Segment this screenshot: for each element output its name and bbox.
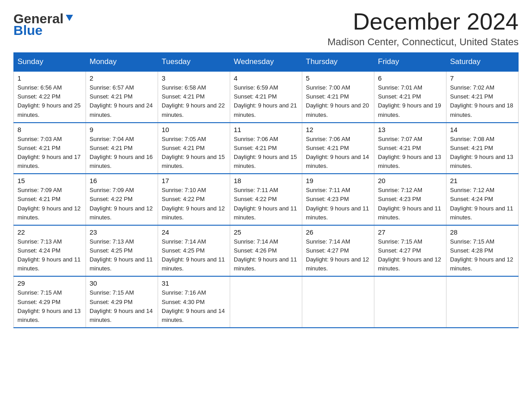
calendar-cell: 21Sunrise: 7:12 AMSunset: 4:24 PMDayligh… [446, 174, 519, 225]
day-number: 29 [17, 279, 82, 287]
day-number: 12 [306, 126, 370, 133]
day-number: 5 [306, 74, 370, 82]
calendar-cell: 14Sunrise: 7:08 AMSunset: 4:21 PMDayligh… [446, 123, 519, 174]
day-info: Sunrise: 7:15 AMSunset: 4:27 PMDaylight:… [378, 237, 442, 274]
day-info: Sunrise: 7:08 AMSunset: 4:21 PMDaylight:… [450, 135, 515, 171]
day-info: Sunrise: 7:15 AMSunset: 4:29 PMDaylight:… [17, 288, 82, 325]
day-info: Sunrise: 7:03 AMSunset: 4:21 PMDaylight:… [17, 135, 82, 171]
logo-blue-text: Blue [13, 23, 43, 38]
day-info: Sunrise: 6:56 AMSunset: 4:22 PMDaylight:… [17, 83, 82, 120]
day-number: 25 [234, 228, 298, 236]
day-number: 31 [162, 279, 226, 287]
day-info: Sunrise: 7:02 AMSunset: 4:21 PMDaylight:… [450, 83, 515, 120]
calendar-table: SundayMondayTuesdayWednesdayThursdayFrid… [13, 52, 519, 328]
month-title: December 2024 [327, 9, 519, 34]
day-number: 8 [17, 126, 82, 133]
calendar-cell: 7Sunrise: 7:02 AMSunset: 4:21 PMDaylight… [446, 71, 519, 123]
calendar-cell: 12Sunrise: 7:06 AMSunset: 4:21 PMDayligh… [302, 123, 374, 174]
day-info: Sunrise: 6:57 AMSunset: 4:21 PMDaylight:… [90, 83, 154, 120]
day-number: 24 [162, 228, 226, 236]
day-info: Sunrise: 7:05 AMSunset: 4:21 PMDaylight:… [162, 135, 226, 171]
day-number: 14 [450, 126, 515, 133]
day-number: 10 [162, 126, 226, 133]
calendar-cell: 31Sunrise: 7:16 AMSunset: 4:30 PMDayligh… [158, 276, 230, 328]
calendar-cell [446, 276, 519, 328]
day-info: Sunrise: 7:09 AMSunset: 4:21 PMDaylight:… [17, 186, 82, 222]
day-number: 22 [17, 228, 82, 236]
day-number: 2 [90, 74, 154, 82]
day-number: 9 [90, 126, 154, 133]
weekday-header-thursday: Thursday [302, 53, 374, 72]
day-number: 6 [378, 74, 442, 82]
page-header: General Blue December 2024 Madison Cente… [13, 9, 519, 48]
day-info: Sunrise: 7:13 AMSunset: 4:25 PMDaylight:… [90, 237, 154, 274]
day-info: Sunrise: 7:14 AMSunset: 4:25 PMDaylight:… [162, 237, 226, 274]
calendar-cell: 17Sunrise: 7:10 AMSunset: 4:22 PMDayligh… [158, 174, 230, 225]
calendar-cell: 3Sunrise: 6:58 AMSunset: 4:21 PMDaylight… [158, 71, 230, 123]
calendar-week-row: 1Sunrise: 6:56 AMSunset: 4:22 PMDaylight… [14, 71, 519, 123]
day-number: 1 [17, 74, 82, 82]
calendar-week-row: 8Sunrise: 7:03 AMSunset: 4:21 PMDaylight… [14, 123, 519, 174]
day-info: Sunrise: 7:15 AMSunset: 4:28 PMDaylight:… [450, 237, 515, 274]
calendar-cell [374, 276, 446, 328]
calendar-cell: 24Sunrise: 7:14 AMSunset: 4:25 PMDayligh… [158, 225, 230, 277]
calendar-cell: 26Sunrise: 7:14 AMSunset: 4:27 PMDayligh… [302, 225, 374, 277]
calendar-cell: 18Sunrise: 7:11 AMSunset: 4:22 PMDayligh… [230, 174, 302, 225]
day-info: Sunrise: 7:06 AMSunset: 4:21 PMDaylight:… [234, 135, 298, 171]
day-number: 15 [17, 177, 82, 184]
day-number: 19 [306, 177, 370, 184]
day-number: 3 [162, 74, 226, 82]
weekday-header-friday: Friday [374, 53, 446, 72]
calendar-cell: 15Sunrise: 7:09 AMSunset: 4:21 PMDayligh… [14, 174, 86, 225]
calendar-cell: 9Sunrise: 7:04 AMSunset: 4:21 PMDaylight… [86, 123, 158, 174]
day-info: Sunrise: 7:04 AMSunset: 4:21 PMDaylight:… [90, 135, 154, 171]
logo: General Blue [13, 9, 74, 38]
calendar-week-row: 29Sunrise: 7:15 AMSunset: 4:29 PMDayligh… [14, 276, 519, 328]
day-number: 21 [450, 177, 515, 184]
day-info: Sunrise: 7:16 AMSunset: 4:30 PMDaylight:… [162, 288, 226, 325]
calendar-cell: 10Sunrise: 7:05 AMSunset: 4:21 PMDayligh… [158, 123, 230, 174]
day-info: Sunrise: 6:58 AMSunset: 4:21 PMDaylight:… [162, 83, 226, 120]
calendar-cell [230, 276, 302, 328]
day-info: Sunrise: 7:00 AMSunset: 4:21 PMDaylight:… [306, 83, 370, 120]
day-info: Sunrise: 7:11 AMSunset: 4:23 PMDaylight:… [306, 186, 370, 222]
day-info: Sunrise: 7:14 AMSunset: 4:27 PMDaylight:… [306, 237, 370, 274]
day-info: Sunrise: 7:15 AMSunset: 4:29 PMDaylight:… [90, 288, 154, 325]
weekday-header-monday: Monday [86, 53, 158, 72]
day-info: Sunrise: 6:59 AMSunset: 4:21 PMDaylight:… [234, 83, 298, 120]
day-info: Sunrise: 7:12 AMSunset: 4:24 PMDaylight:… [450, 186, 515, 222]
day-number: 16 [90, 177, 154, 184]
day-number: 4 [234, 74, 298, 82]
calendar-cell: 5Sunrise: 7:00 AMSunset: 4:21 PMDaylight… [302, 71, 374, 123]
calendar-cell: 2Sunrise: 6:57 AMSunset: 4:21 PMDaylight… [86, 71, 158, 123]
day-number: 26 [306, 228, 370, 236]
calendar-cell: 22Sunrise: 7:13 AMSunset: 4:24 PMDayligh… [14, 225, 86, 277]
day-number: 7 [450, 74, 515, 82]
weekday-header-row: SundayMondayTuesdayWednesdayThursdayFrid… [14, 53, 519, 72]
day-info: Sunrise: 7:10 AMSunset: 4:22 PMDaylight:… [162, 186, 226, 222]
title-section: December 2024 Madison Center, Connecticu… [327, 9, 519, 48]
calendar-cell: 20Sunrise: 7:12 AMSunset: 4:23 PMDayligh… [374, 174, 446, 225]
weekday-header-wednesday: Wednesday [230, 53, 302, 72]
logo-arrow-icon [64, 13, 74, 23]
day-info: Sunrise: 7:09 AMSunset: 4:22 PMDaylight:… [90, 186, 154, 222]
day-info: Sunrise: 7:07 AMSunset: 4:21 PMDaylight:… [378, 135, 442, 171]
calendar-cell: 30Sunrise: 7:15 AMSunset: 4:29 PMDayligh… [86, 276, 158, 328]
day-number: 11 [234, 126, 298, 133]
day-number: 23 [90, 228, 154, 236]
calendar-cell: 23Sunrise: 7:13 AMSunset: 4:25 PMDayligh… [86, 225, 158, 277]
weekday-header-sunday: Sunday [14, 53, 86, 72]
svg-marker-0 [66, 15, 73, 21]
calendar-cell: 27Sunrise: 7:15 AMSunset: 4:27 PMDayligh… [374, 225, 446, 277]
calendar-cell: 1Sunrise: 6:56 AMSunset: 4:22 PMDaylight… [14, 71, 86, 123]
day-number: 17 [162, 177, 226, 184]
day-number: 30 [90, 279, 154, 287]
calendar-week-row: 15Sunrise: 7:09 AMSunset: 4:21 PMDayligh… [14, 174, 519, 225]
calendar-cell: 19Sunrise: 7:11 AMSunset: 4:23 PMDayligh… [302, 174, 374, 225]
calendar-cell: 13Sunrise: 7:07 AMSunset: 4:21 PMDayligh… [374, 123, 446, 174]
calendar-week-row: 22Sunrise: 7:13 AMSunset: 4:24 PMDayligh… [14, 225, 519, 277]
calendar-cell: 4Sunrise: 6:59 AMSunset: 4:21 PMDaylight… [230, 71, 302, 123]
calendar-cell [302, 276, 374, 328]
calendar-cell: 16Sunrise: 7:09 AMSunset: 4:22 PMDayligh… [86, 174, 158, 225]
day-info: Sunrise: 7:01 AMSunset: 4:21 PMDaylight:… [378, 83, 442, 120]
